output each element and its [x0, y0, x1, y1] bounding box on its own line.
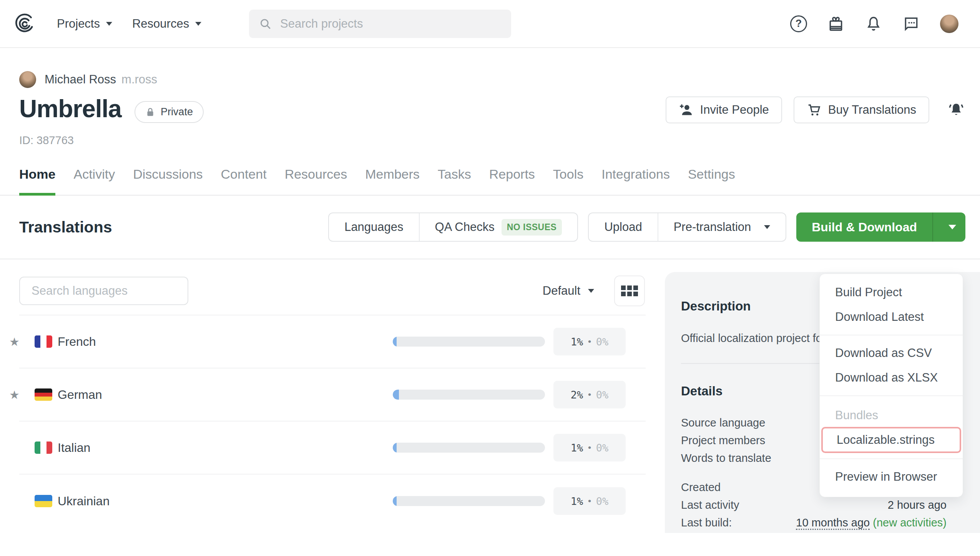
tab-reports[interactable]: Reports: [489, 167, 535, 195]
progress-fill: [393, 337, 397, 347]
french-flag-icon: [35, 335, 52, 348]
qa-status-badge: NO ISSUES: [502, 219, 562, 236]
upload-pretranslation-group: Upload Pre-translation: [588, 212, 786, 242]
language-name[interactable]: Ukrainian: [58, 494, 110, 508]
search-projects-input[interactable]: [280, 17, 501, 31]
view-preset-value: Default: [543, 284, 580, 298]
build-download-dropdown-menu: Build Project Download Latest Download a…: [819, 274, 963, 497]
languages-button[interactable]: Languages: [329, 213, 419, 241]
tab-tools[interactable]: Tools: [553, 167, 583, 195]
list-controls: Default: [19, 276, 646, 306]
last-build-link[interactable]: 10 months ago: [796, 516, 870, 530]
language-name[interactable]: German: [58, 388, 102, 402]
language-row-ukrainian[interactable]: Ukrainian 1% • 0%: [19, 475, 646, 528]
title-row: Umbrella Private Invite People: [19, 96, 965, 123]
languages-qa-group: Languages QA Checks NO ISSUES: [328, 212, 578, 242]
gift-icon[interactable]: [827, 15, 845, 33]
project-id: ID: 387763: [19, 134, 965, 147]
menu-divider: [820, 335, 963, 335]
help-icon[interactable]: ?: [790, 15, 807, 32]
separator-dot: •: [587, 390, 592, 400]
owner-avatar[interactable]: [19, 71, 36, 88]
description-text: Official localization project fo: [681, 332, 823, 345]
translated-percent: 1%: [571, 495, 583, 507]
grid-view-button[interactable]: [614, 276, 645, 306]
language-row-german[interactable]: ★ German 2% • 0%: [19, 368, 646, 422]
tab-activity[interactable]: Activity: [73, 167, 115, 195]
build-and-download-label: Build & Download: [812, 220, 917, 234]
chevron-down-icon: [195, 22, 201, 26]
header-actions: Invite People Buy Translations: [666, 96, 965, 123]
detail-value: 2 hours ago: [888, 496, 947, 514]
progress-fill: [393, 496, 397, 506]
menu-item-preview-in-browser[interactable]: Preview in Browser: [820, 465, 963, 489]
invite-people-button[interactable]: Invite People: [666, 96, 782, 123]
tab-integrations[interactable]: Integrations: [601, 167, 670, 195]
tab-resources[interactable]: Resources: [285, 167, 347, 195]
nav-projects-menu[interactable]: Projects: [57, 17, 112, 31]
view-preset-selector[interactable]: Default: [543, 284, 594, 298]
detail-row-last-activity: Last activity 2 hours ago: [681, 496, 947, 514]
progress-bar: [393, 337, 545, 347]
ukrainian-flag-icon: [35, 495, 52, 507]
page-title: Umbrella: [19, 96, 121, 121]
qa-checks-label: QA Checks: [435, 220, 495, 234]
translations-toolbar: Languages QA Checks NO ISSUES Upload Pre…: [328, 212, 965, 242]
global-search[interactable]: [249, 10, 511, 38]
chevron-down-icon: [948, 225, 956, 229]
upload-label: Upload: [604, 220, 642, 234]
language-row-italian[interactable]: Italian 1% • 0%: [19, 422, 646, 475]
privacy-label: Private: [161, 106, 193, 118]
menu-divider: [820, 395, 963, 396]
project-tabs: Home Activity Discussions Content Resour…: [0, 167, 980, 196]
approved-percent: 0%: [596, 336, 609, 348]
build-dropdown-toggle[interactable]: [932, 212, 965, 242]
language-row-french[interactable]: ★ French 1% • 0%: [19, 315, 646, 368]
star-icon[interactable]: ★: [9, 335, 20, 349]
tab-tasks[interactable]: Tasks: [438, 167, 471, 195]
language-name[interactable]: Italian: [58, 441, 90, 455]
crowdin-logo-icon[interactable]: [13, 13, 37, 35]
menu-item-localizable-strings[interactable]: Localizable.strings: [823, 428, 960, 451]
chevron-down-icon: [588, 289, 594, 293]
menu-item-download-latest[interactable]: Download Latest: [820, 305, 963, 329]
project-notifications-bell-icon[interactable]: [947, 101, 965, 119]
buy-translations-button[interactable]: Buy Translations: [794, 96, 929, 123]
pretranslation-button[interactable]: Pre-translation: [658, 213, 786, 241]
menu-divider: [820, 458, 963, 459]
approved-percent: 0%: [596, 389, 609, 401]
user-avatar[interactable]: [940, 15, 958, 33]
top-nav: Projects Resources ?: [0, 0, 980, 48]
menu-item-build-project[interactable]: Build Project: [820, 280, 963, 305]
annotation-highlight-box: Localizable.strings: [821, 427, 961, 453]
translated-percent: 2%: [571, 389, 583, 401]
new-activities-link[interactable]: (new activities): [873, 516, 947, 529]
progress-fill: [393, 443, 397, 453]
star-icon[interactable]: ★: [9, 388, 20, 402]
menu-item-download-xlsx[interactable]: Download as XLSX: [820, 365, 963, 390]
project-header: Michael Ross m.ross Umbrella Private: [0, 71, 980, 147]
progress-bar: [393, 496, 545, 506]
qa-checks-button[interactable]: QA Checks NO ISSUES: [419, 213, 578, 241]
tab-members[interactable]: Members: [365, 167, 420, 195]
menu-item-download-csv[interactable]: Download as CSV: [820, 341, 963, 365]
tab-home[interactable]: Home: [19, 167, 55, 195]
german-flag-icon: [35, 388, 52, 401]
bell-icon[interactable]: [865, 15, 882, 33]
translated-percent: 1%: [571, 442, 583, 454]
build-and-download-button[interactable]: Build & Download: [796, 212, 932, 242]
language-name[interactable]: French: [58, 335, 96, 349]
upload-button[interactable]: Upload: [589, 213, 657, 241]
nav-resources-menu[interactable]: Resources: [132, 17, 201, 31]
build-and-download-split-button: Build & Download: [796, 212, 965, 242]
progress-stats-badge: 1% • 0%: [553, 328, 626, 355]
separator-dot: •: [587, 337, 592, 347]
tab-discussions[interactable]: Discussions: [133, 167, 203, 195]
approved-percent: 0%: [596, 495, 609, 507]
search-languages-input[interactable]: [19, 277, 188, 305]
tab-settings[interactable]: Settings: [688, 167, 735, 195]
translations-section-head: Translations Languages QA Checks NO ISSU…: [0, 196, 980, 259]
chat-icon[interactable]: [902, 15, 920, 33]
tab-content[interactable]: Content: [221, 167, 267, 195]
owner-name[interactable]: Michael Ross: [45, 73, 116, 86]
